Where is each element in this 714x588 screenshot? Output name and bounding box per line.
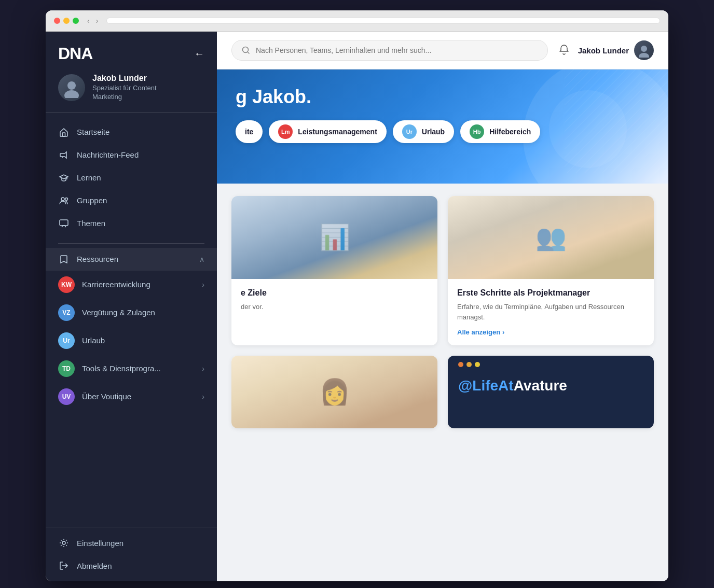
shortcut-label-leistungsmanagement: Leistungsmanagement <box>298 128 377 136</box>
card-person <box>231 356 437 428</box>
graduation-icon <box>58 172 70 184</box>
life-text: @LifeAtAvature <box>448 367 654 404</box>
logout-icon <box>58 560 70 571</box>
svg-point-8 <box>641 46 647 52</box>
card-1-body: e Ziele der vor. <box>231 279 437 328</box>
url-bar[interactable] <box>106 18 660 24</box>
nav-label-abmelden: Abmelden <box>77 562 204 570</box>
tools-badge: TD <box>58 360 75 377</box>
sidebar-item-nachrichten[interactable]: Nachrichten-Feed <box>46 144 217 166</box>
sidebar-item-startseite[interactable]: Startseite <box>46 121 217 144</box>
shortcut-pill-urlaub[interactable]: Ur Urlaub <box>393 120 454 143</box>
dot-2 <box>466 362 472 367</box>
app-logo: DNA <box>58 44 92 63</box>
sidebar-item-karriere[interactable]: KW Karriereentwicklung › <box>46 271 217 299</box>
hero-banner: g Jakob. ite Lm Leistungsmanagement Ur U… <box>217 69 668 184</box>
sidebar-item-themen[interactable]: Themen <box>46 212 217 235</box>
sidebar: DNA ← Jakob Lunder Spezialist für Conten… <box>46 32 217 581</box>
user-info: Jakob Lunder Spezialist für ContentMarke… <box>92 74 157 102</box>
shortcut-pill-hilfebereich[interactable]: Hb Hilfebereich <box>460 120 540 143</box>
nav-label-gruppen: Gruppen <box>77 196 204 205</box>
avatar <box>58 74 85 101</box>
nav-label-karriere: Karriereentwicklung <box>82 280 150 289</box>
svg-rect-5 <box>60 220 68 226</box>
shortcut-pill-startseite[interactable]: ite <box>236 120 263 143</box>
karriere-badge: KW <box>58 276 75 293</box>
sidebar-item-einstellungen[interactable]: Einstellungen <box>46 531 217 554</box>
close-button[interactable] <box>54 18 60 24</box>
sidebar-item-ueber-voutique[interactable]: UV Über Voutique › <box>46 383 217 411</box>
resources-chevron-up-icon: ∧ <box>199 255 204 263</box>
megaphone-icon <box>58 149 70 161</box>
search-bar[interactable] <box>231 40 548 61</box>
card-1-desc: der vor. <box>241 302 428 312</box>
dot-1 <box>458 362 463 367</box>
sidebar-item-verguetung[interactable]: VZ Vergütung & Zulagen <box>46 299 217 327</box>
nav-label-startseite: Startseite <box>77 128 204 136</box>
people-icon <box>58 195 70 206</box>
gear-icon <box>58 537 70 549</box>
card-2-link-label: Alle anzeigen <box>457 328 500 336</box>
sidebar-item-lernen[interactable]: Lernen <box>46 166 217 189</box>
svg-point-7 <box>243 47 249 53</box>
notification-icon[interactable] <box>558 44 570 58</box>
top-user[interactable]: Jakob Lunder <box>578 40 654 60</box>
sidebar-item-abmelden[interactable]: Abmelden <box>46 554 217 577</box>
minimize-button[interactable] <box>63 18 70 24</box>
bottom-cards-row: @LifeAtAvature <box>231 356 654 428</box>
bookmark-icon <box>58 254 70 265</box>
cards-grid: e Ziele der vor. Erste Schritte als Proj… <box>231 196 654 345</box>
card-projektmanager: Erste Schritte als Projektmanager Erfahr… <box>448 196 654 345</box>
sidebar-item-gruppen[interactable]: Gruppen <box>46 189 217 212</box>
card-2-title: Erste Schritte als Projektmanager <box>457 288 644 298</box>
hilfe-badge: Hb <box>470 124 484 139</box>
sidebar-item-urlaub[interactable]: Ur Urlaub <box>46 327 217 355</box>
svg-point-3 <box>61 198 64 201</box>
top-user-name: Jakob Lunder <box>578 46 629 55</box>
verguetung-badge: VZ <box>58 304 75 321</box>
karriere-chevron-icon: › <box>202 281 204 289</box>
life-at-white-text: Avature <box>514 377 567 394</box>
nav-label-verguetung: Vergütung & Zulagen <box>82 308 155 317</box>
svg-point-1 <box>64 90 79 98</box>
nav-label-ressourcen: Ressourcen <box>77 255 192 263</box>
svg-point-0 <box>67 81 76 90</box>
svg-point-6 <box>62 541 65 544</box>
ueber-chevron-icon: › <box>202 393 204 401</box>
main-content: Jakob Lunder <box>217 32 668 581</box>
top-bar-right: Jakob Lunder <box>558 40 654 60</box>
card-4-dots <box>448 356 654 367</box>
card-life-at-avature: @LifeAtAvature <box>448 356 654 428</box>
card-2-body: Erste Schritte als Projektmanager Erfahr… <box>448 279 654 345</box>
traffic-lights <box>54 18 79 24</box>
card-1-title: e Ziele <box>241 288 428 298</box>
urlaub-badge: Ur <box>58 332 75 349</box>
forward-nav-icon[interactable]: › <box>94 16 101 26</box>
shortcut-pill-leistungsmanagement[interactable]: Lm Leistungsmanagement <box>269 120 386 143</box>
avatar-icon <box>61 77 82 98</box>
search-icon <box>241 46 251 55</box>
card-ziele: e Ziele der vor. <box>231 196 437 345</box>
search-input[interactable] <box>256 46 538 54</box>
sidebar-back-button[interactable]: ← <box>194 48 204 60</box>
dot-3 <box>475 362 480 367</box>
sidebar-item-tools[interactable]: TD Tools & Dienstprogra... › <box>46 355 217 383</box>
tools-chevron-icon: › <box>202 365 204 373</box>
shortcut-label-urlaub: Urlaub <box>422 128 445 136</box>
leistungsmanagement-badge: Lm <box>278 124 293 139</box>
shortcut-label-hilfe: Hilfebereich <box>489 128 531 136</box>
nav-separator-1 <box>58 243 204 244</box>
nav-label-tools: Tools & Dienstprogra... <box>82 364 161 373</box>
back-nav-icon[interactable]: ‹ <box>85 16 92 26</box>
nav-label-nachrichten: Nachrichten-Feed <box>77 150 204 159</box>
svg-point-9 <box>639 53 649 58</box>
nav-label-lernen: Lernen <box>77 173 204 182</box>
sidebar-user-name: Jakob Lunder <box>92 74 157 83</box>
content-area: e Ziele der vor. Erste Schritte als Proj… <box>217 184 668 581</box>
card-3-image <box>231 356 437 428</box>
sidebar-header: DNA ← <box>46 32 217 74</box>
maximize-button[interactable] <box>73 18 79 24</box>
nav-main: Startseite Nachrichten-Feed <box>46 117 217 239</box>
card-2-link[interactable]: Alle anzeigen › <box>457 328 644 336</box>
sidebar-item-ressourcen[interactable]: Ressourcen ∧ <box>46 248 217 271</box>
